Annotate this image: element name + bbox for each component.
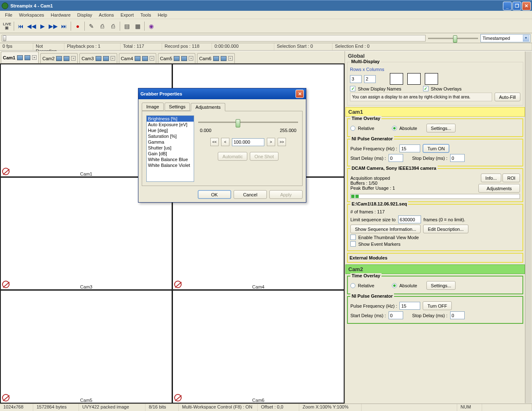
tab-settings[interactable]: Settings	[165, 103, 190, 111]
list-item[interactable]: White Balance Violet	[147, 162, 194, 168]
layout-1x2-icon[interactable]	[390, 73, 403, 85]
status-zoom: Zoom X:100% Y:100%	[299, 404, 362, 411]
next-button[interactable]: ▶▶	[48, 21, 58, 31]
tool-button-1[interactable]: ✎	[86, 21, 96, 31]
close-icon[interactable]: ×	[71, 56, 76, 61]
step-prev-button[interactable]: <	[221, 138, 229, 146]
close-icon[interactable]: ×	[150, 56, 154, 61]
hint-text: You can assign a display to an area by r…	[350, 93, 492, 101]
info-button[interactable]: Info...	[481, 174, 502, 182]
ok-button[interactable]: OK	[198, 190, 231, 199]
camera-tab-cam4[interactable]: Cam4 ×	[119, 53, 156, 63]
timeline-track[interactable]	[2, 35, 426, 42]
camera-icon	[135, 56, 140, 61]
close-icon[interactable]: ×	[228, 56, 233, 61]
overlay-settings-button[interactable]: Settings...	[426, 281, 456, 290]
adjustments-button[interactable]: Adjustments	[478, 184, 520, 193]
close-icon[interactable]: ×	[32, 55, 37, 60]
tool-button-2[interactable]: ⎙	[97, 21, 107, 31]
menu-help[interactable]: Help	[154, 12, 170, 18]
edit-desc-button[interactable]: Edit Description...	[423, 225, 468, 233]
stop-delay-input[interactable]	[450, 311, 465, 319]
layout-2x1-icon[interactable]	[407, 73, 421, 85]
start-delay-input[interactable]	[389, 311, 403, 319]
start-delay-input[interactable]	[389, 154, 403, 162]
tool-button-3[interactable]: ⎙	[108, 21, 118, 31]
step-first-button[interactable]: <<	[210, 138, 219, 146]
menu-display[interactable]: Display	[74, 12, 96, 18]
menu-file[interactable]: File	[2, 12, 16, 18]
last-button[interactable]: ⏭	[59, 21, 69, 31]
list-item[interactable]: Gamma	[147, 139, 194, 145]
automatic-button[interactable]: Automatic	[218, 152, 247, 161]
speed-slider[interactable]	[428, 34, 478, 42]
camera-tab-cam5[interactable]: Cam5 ×	[158, 53, 195, 63]
show-overlays-checkbox[interactable]: ✓	[423, 86, 429, 91]
tool-button-6[interactable]: ◉	[146, 21, 156, 31]
tab-image[interactable]: Image	[142, 103, 164, 111]
camera-tab-cam6[interactable]: Cam6 ×	[197, 53, 234, 63]
play-button[interactable]: ▶	[37, 21, 47, 31]
menu-actions[interactable]: Actions	[96, 12, 117, 18]
apply-button[interactable]: Apply	[269, 190, 303, 199]
maximize-button[interactable]: ❐	[512, 2, 521, 10]
cols-input[interactable]	[364, 75, 376, 83]
list-item[interactable]: White Balance Blue	[147, 157, 194, 162]
minimize-button[interactable]: _	[503, 2, 512, 10]
absolute-radio[interactable]	[392, 283, 397, 288]
overlay-settings-button[interactable]: Settings...	[426, 124, 456, 132]
turn-on-button[interactable]: Turn ON	[423, 144, 449, 153]
relative-radio[interactable]	[350, 126, 355, 131]
enable-thumb-checkbox[interactable]	[350, 235, 356, 240]
menu-export[interactable]: Export	[117, 12, 137, 18]
dialog-close-button[interactable]: ✕	[296, 90, 304, 98]
tool-button-5[interactable]: ▦	[133, 21, 143, 31]
limit-input[interactable]	[398, 215, 421, 223]
rows-input[interactable]	[350, 75, 362, 83]
roi-button[interactable]: ROI	[502, 174, 520, 182]
list-item[interactable]: Hue [deg]	[147, 127, 194, 133]
menu-workspaces[interactable]: Workspaces	[16, 12, 47, 18]
oneshot-button[interactable]: One Shot	[250, 152, 278, 161]
list-item[interactable]: Saturation [%]	[147, 133, 194, 139]
close-icon[interactable]: ×	[111, 56, 115, 61]
pulse-freq-input[interactable]	[399, 144, 420, 152]
auto-fill-button[interactable]: Auto-Fill	[495, 93, 520, 101]
layout-2x2-icon[interactable]	[425, 73, 438, 85]
show-markers-checkbox[interactable]	[350, 241, 356, 247]
first-button[interactable]: ⏮	[16, 21, 26, 31]
list-item[interactable]: Gain [dB]	[147, 151, 194, 157]
list-item[interactable]: Shutter [us]	[147, 145, 194, 151]
step-next-button[interactable]: >	[267, 138, 275, 146]
close-button[interactable]: ✕	[522, 2, 531, 10]
list-item[interactable]: Brightness [%]	[147, 116, 194, 122]
menu-hardware[interactable]: Hardware	[47, 12, 74, 18]
show-display-names-checkbox[interactable]: ✓	[350, 86, 355, 91]
stop-delay-input[interactable]	[450, 154, 465, 162]
camera-tab-cam3[interactable]: Cam3 ×	[79, 53, 117, 63]
value-slider[interactable]	[198, 118, 298, 126]
record-button[interactable]: ●	[73, 21, 83, 31]
show-seq-info-button[interactable]: Show Sequence Information...	[350, 225, 421, 233]
timestamp-combo[interactable]: Timestamped ▼	[480, 34, 530, 42]
menu-tools[interactable]: Tools	[137, 12, 155, 18]
cancel-button[interactable]: Cancel	[234, 190, 267, 199]
prev-button[interactable]: ◀◀	[27, 21, 37, 31]
adjustments-listbox[interactable]: Brightness [%] Auto Exposure [eV] Hue [d…	[146, 115, 194, 182]
step-last-button[interactable]: >>	[278, 138, 286, 146]
display-cell-cam5[interactable]: Cam5	[0, 290, 172, 403]
relative-radio[interactable]	[350, 283, 355, 288]
scrollbar[interactable]	[525, 51, 532, 403]
close-icon[interactable]: ×	[189, 56, 193, 61]
value-input[interactable]	[232, 138, 264, 146]
list-item[interactable]: Auto Exposure [eV]	[147, 122, 194, 127]
live-button[interactable]: LIVE▣	[2, 21, 12, 31]
absolute-radio[interactable]	[392, 126, 397, 131]
turn-off-button[interactable]: Turn OFF	[423, 301, 451, 310]
tab-adjustments[interactable]: Adjustments	[191, 103, 225, 111]
camera-tab-cam1[interactable]: Cam1 ×	[1, 51, 39, 63]
pulse-freq-input[interactable]	[399, 302, 420, 310]
display-cell-cam6[interactable]: Cam6	[172, 290, 344, 403]
tool-button-4[interactable]: ▤	[122, 21, 132, 31]
camera-tab-cam2[interactable]: Cam2 ×	[40, 53, 78, 63]
